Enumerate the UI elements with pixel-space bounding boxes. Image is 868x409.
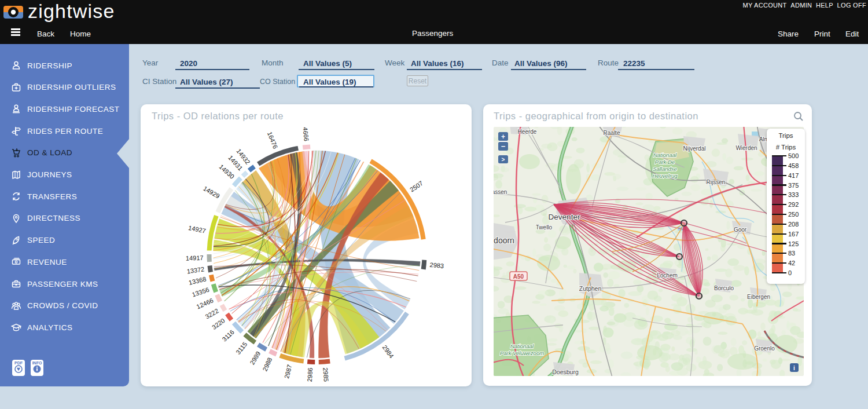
svg-text:Borculo: Borculo	[714, 285, 734, 291]
svg-text:16476: 16476	[266, 131, 279, 150]
svg-text:14930: 14930	[218, 163, 236, 180]
svg-text:Heerde: Heerde	[518, 129, 537, 135]
svg-text:2987: 2987	[283, 364, 293, 379]
svg-text:Park Veluwezoom: Park Veluwezoom	[500, 350, 544, 356]
svg-text:Nijverdal: Nijverdal	[683, 145, 706, 152]
svg-text:14929: 14929	[202, 185, 220, 200]
svg-text:2507: 2507	[409, 180, 424, 193]
svg-text:Raalte: Raalte	[604, 130, 620, 136]
svg-text:2988: 2988	[261, 356, 273, 372]
svg-text:>: >	[502, 156, 505, 163]
svg-text:Doesburg: Doesburg	[552, 368, 579, 375]
svg-text:4666: 4666	[301, 127, 310, 142]
svg-text:3115: 3115	[234, 341, 248, 356]
svg-text:−: −	[501, 142, 506, 151]
svg-text:2989: 2989	[248, 350, 262, 366]
svg-text:12466: 12466	[196, 297, 215, 310]
svg-text:Heuvelrug: Heuvelrug	[652, 173, 678, 179]
svg-text:Nationaal: Nationaal	[510, 343, 534, 349]
svg-text:Park De: Park De	[655, 159, 675, 165]
svg-text:Wierden: Wierden	[735, 145, 757, 151]
svg-text:3220: 3220	[211, 317, 226, 331]
svg-text:+: +	[501, 133, 505, 141]
svg-text:2984: 2984	[381, 344, 395, 359]
svg-text:assen: assen	[494, 189, 507, 195]
svg-text:14927: 14927	[187, 224, 206, 235]
svg-text:Zutphen: Zutphen	[579, 285, 602, 292]
svg-text:Eibergen: Eibergen	[747, 294, 770, 300]
svg-text:A50: A50	[513, 273, 524, 280]
svg-text:2985: 2985	[322, 367, 330, 382]
svg-text:2983: 2983	[429, 261, 444, 269]
svg-text:i: i	[793, 365, 795, 371]
svg-text:3222: 3222	[204, 307, 220, 320]
svg-text:Lochem: Lochem	[657, 272, 678, 279]
svg-text:Twello: Twello	[536, 224, 553, 231]
svg-text:13356: 13356	[191, 286, 210, 298]
svg-text:Goor: Goor	[734, 227, 747, 233]
svg-text:14917: 14917	[186, 254, 204, 262]
svg-text:Groenlo: Groenlo	[754, 345, 775, 352]
svg-text:Deventer: Deventer	[549, 213, 580, 221]
svg-text:13368: 13368	[188, 275, 207, 286]
svg-text:3116: 3116	[220, 328, 236, 343]
svg-text:Sallandse: Sallandse	[653, 166, 677, 172]
svg-text:2986: 2986	[306, 367, 314, 382]
svg-text:Rijssen: Rijssen	[707, 179, 726, 185]
svg-text:doorn: doorn	[494, 236, 514, 245]
svg-text:Nationaal: Nationaal	[653, 152, 677, 158]
svg-text:13372: 13372	[186, 265, 205, 275]
